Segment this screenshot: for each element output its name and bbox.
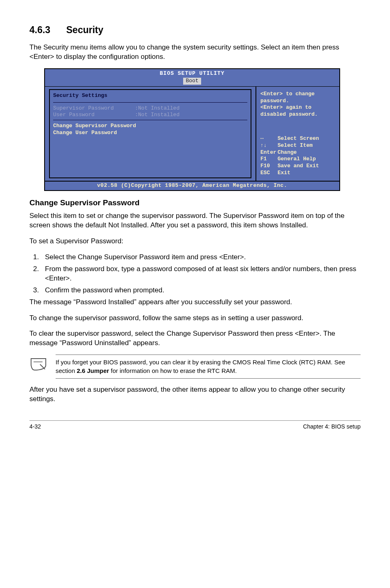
bios-help-text: <Enter> to change password. <Enter> agai… <box>260 91 335 119</box>
note-post: for information on how to erase the RTC … <box>109 367 237 374</box>
nav-label: Save and Exit <box>278 163 319 169</box>
nav-label: Select Item <box>278 142 313 148</box>
nav-key: F1 <box>260 156 278 163</box>
page-number: 4-32 <box>29 423 41 430</box>
bios-option-change-supervisor: Change Supervisor Password <box>53 123 247 130</box>
bios-tab-bar: Boot <box>45 78 339 86</box>
bios-copyright: v02.58 (C)Copyright 1985-2007, American … <box>45 181 339 190</box>
page-footer: 4-32 Chapter 4: BIOS setup <box>29 420 361 430</box>
bios-title: BIOS SETUP UTILITY <box>45 69 339 78</box>
note-text: If you forget your BIOS password, you ca… <box>56 355 361 379</box>
subheading: Change Supervisor Password <box>29 198 361 207</box>
chapter-label: Chapter 4: BIOS setup <box>303 423 361 430</box>
bios-help-line: <Enter> to change <box>260 91 335 98</box>
paragraph: Select this item to set or change the su… <box>29 211 361 230</box>
bios-help-line: disabled password. <box>260 111 335 118</box>
bios-supervisor-value: :Not Installed <box>135 105 179 112</box>
nav-key: ↔ <box>260 135 278 142</box>
bios-user-row: User Password :Not Installed <box>53 112 247 119</box>
nav-label: Change <box>278 149 297 155</box>
nav-key: Enter <box>260 149 278 156</box>
bios-supervisor-row: Supervisor Password :Not Installed <box>53 105 247 112</box>
bios-supervisor-label: Supervisor Password <box>53 105 135 112</box>
section-heading: 4.6.3Security <box>29 25 361 36</box>
note-bold: 2.6 Jumper <box>77 367 109 374</box>
bios-left-pane: Security Settings Supervisor Password :N… <box>45 87 256 181</box>
nav-label: General Help <box>278 156 316 162</box>
paragraph: To clear the supervisor password, select… <box>29 329 361 348</box>
step-item: Confirm the password when prompted. <box>41 286 361 295</box>
paragraph: The message “Password Installed” appears… <box>29 298 361 307</box>
nav-key: ESC <box>260 170 278 177</box>
bios-user-value: :Not Installed <box>135 112 179 119</box>
bios-option-change-user: Change User Password <box>53 130 247 137</box>
step-item: Select the Change Supervisor Password it… <box>41 253 361 262</box>
section-title-text: Security <box>66 25 103 35</box>
bios-right-pane: <Enter> to change password. <Enter> agai… <box>256 87 339 181</box>
paragraph: To change the supervisor password, follo… <box>29 314 361 323</box>
paragraph: After you have set a supervisor password… <box>29 385 361 404</box>
nav-label: Exit <box>278 170 290 176</box>
steps-list: Select the Change Supervisor Password it… <box>29 253 361 295</box>
nav-key: ↑↓ <box>260 142 278 149</box>
bios-user-label: User Password <box>53 112 135 119</box>
paragraph: To set a Supervisor Password: <box>29 237 361 246</box>
nav-key: F10 <box>260 163 278 170</box>
bios-nav-help: ↔Select Screen ↑↓Select Item EnterChange… <box>260 135 335 177</box>
bios-screenshot: BIOS SETUP UTILITY Boot Security Setting… <box>44 68 340 191</box>
bios-help-line: password. <box>260 98 335 105</box>
section-number: 4.6.3 <box>29 25 66 36</box>
note-icon <box>29 355 48 372</box>
bios-section-title: Security Settings <box>53 92 247 101</box>
bios-tab-boot: Boot <box>183 78 201 85</box>
nav-label: Select Screen <box>278 135 319 141</box>
note-block: If you forget your BIOS password, you ca… <box>29 355 361 379</box>
step-item: From the password box, type a password c… <box>41 265 361 283</box>
intro-paragraph: The Security menu items allow you to cha… <box>29 43 361 62</box>
bios-help-line: <Enter> again to <box>260 104 335 111</box>
